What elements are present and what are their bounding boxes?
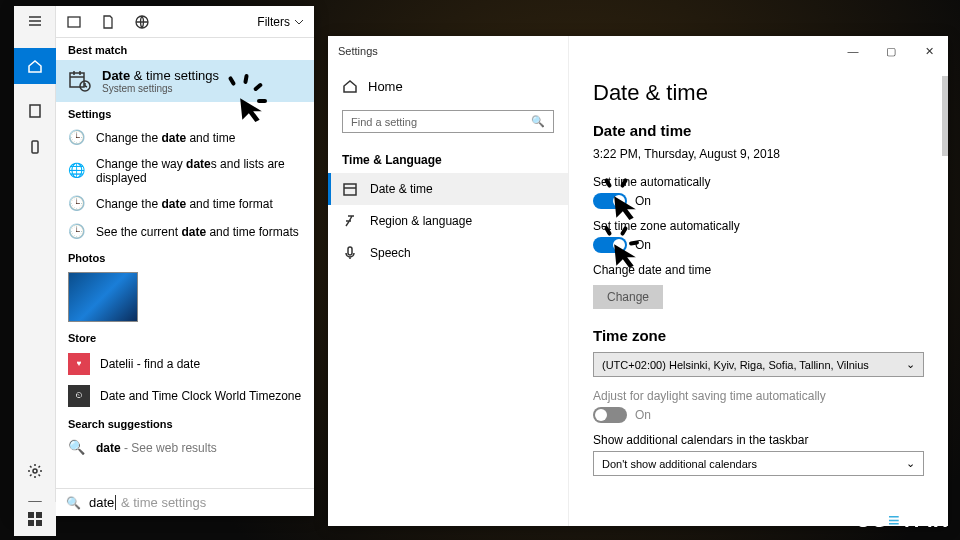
page-heading: Date & time [593,80,924,106]
nav-region-language[interactable]: Region & language [328,205,568,237]
change-button[interactable]: Change [593,285,663,309]
web-tab-icon[interactable] [134,14,150,30]
toggle-state: On [635,194,651,208]
find-setting-input[interactable]: Find a setting🔍 [342,110,554,133]
current-datetime: 3:22 PM, Thursday, August 9, 2018 [593,147,924,161]
devices-icon[interactable] [26,138,44,156]
change-date-time-label: Change date and time [593,263,924,277]
svg-rect-10 [28,512,34,518]
auto-time-toggle[interactable] [593,193,627,209]
settings-section-header: Settings [56,102,314,124]
search-scope-tabs: Filters [56,6,314,38]
svg-rect-0 [30,105,40,117]
dst-toggle [593,407,627,423]
settings-result[interactable]: 🕒Change the date and time format [56,190,314,218]
store-result[interactable]: ♥Datelii - find a date [56,348,314,380]
date-time-settings-icon [68,69,92,93]
svg-rect-6 [70,73,84,87]
section-heading: Date and time [593,122,924,139]
filters-button[interactable]: Filters [257,15,304,29]
nav-date-time[interactable]: Date & time [328,173,568,205]
calendar-clock-icon: 🕒 [68,223,86,241]
settings-result[interactable]: 🌐Change the way dates and lists are disp… [56,152,314,190]
search-box[interactable]: 🔍 date & time settings [56,488,314,516]
nav-home[interactable]: Home [328,70,568,102]
window-title: Settings [338,45,378,57]
svg-rect-11 [36,512,42,518]
documents-tab-icon[interactable] [100,14,116,30]
additional-calendars-label: Show additional calendars in the taskbar [593,433,924,447]
store-app-icon: ⏲ [68,385,90,407]
store-app-icon: ♥ [68,353,90,375]
search-rail [14,6,56,516]
auto-time-label: Set time automatically [593,175,924,189]
calendar-clock-icon: 🕒 [68,195,86,213]
best-match-header: Best match [56,38,314,60]
svg-point-2 [33,469,37,473]
search-suggestion[interactable]: 🔍date - See web results [56,434,314,462]
store-section-header: Store [56,326,314,348]
dst-label: Adjust for daylight saving time automati… [593,389,924,403]
calendar-clock-icon: 🕒 [68,129,86,147]
settings-nav: Home Find a setting🔍 Time & Language Dat… [328,36,568,526]
best-match-subtitle: System settings [102,83,219,94]
apps-tab-icon[interactable] [66,14,82,30]
svg-rect-8 [344,184,356,195]
search-icon: 🔍 [68,439,86,457]
svg-rect-12 [28,520,34,526]
toggle-state: On [635,238,651,252]
best-match-result[interactable]: Date & time settings System settings [56,60,314,102]
svg-rect-13 [36,520,42,526]
search-panel: Filters Best match Date & time settings … [14,6,314,516]
toggle-state: On [635,408,651,422]
filters-label: Filters [257,15,290,29]
timezone-dropdown[interactable]: (UTC+02:00) Helsinki, Kyiv, Riga, Sofia,… [593,352,924,377]
settings-content: Date & time Date and time 3:22 PM, Thurs… [568,36,948,526]
timezone-heading: Time zone [593,327,924,344]
svg-rect-9 [348,247,352,255]
auto-timezone-label: Set time zone automatically [593,219,924,233]
store-result[interactable]: ⏲Date and Time Clock World Timezone [56,380,314,412]
svg-rect-4 [68,17,80,27]
search-icon: 🔍 [66,496,81,510]
photos-section-header: Photos [56,246,314,268]
scrollbar[interactable] [942,76,948,156]
search-icon: 🔍 [531,115,545,128]
suggestions-section-header: Search suggestions [56,412,314,434]
settings-result[interactable]: 🕒See the current date and time formats [56,218,314,246]
menu-icon[interactable] [26,12,44,30]
globe-icon: 🌐 [68,162,86,180]
settings-result[interactable]: 🕒Change the date and time [56,124,314,152]
nav-speech[interactable]: Speech [328,237,568,269]
chevron-down-icon: ⌄ [906,457,915,470]
watermark: UG≡TFIX [856,509,948,532]
photo-result-thumbnail[interactable] [68,272,138,322]
notebook-icon[interactable] [26,102,44,120]
start-button[interactable] [14,502,56,536]
chevron-down-icon: ⌄ [906,358,915,371]
svg-rect-1 [32,141,38,153]
additional-calendars-dropdown[interactable]: Don't show additional calendars⌄ [593,451,924,476]
best-match-title: Date & time settings [102,68,219,83]
home-icon[interactable] [14,48,56,84]
settings-icon[interactable] [26,462,44,480]
nav-group-header: Time & Language [328,141,568,173]
settings-window: Settings ― ▢ ✕ Home Find a setting🔍 Time… [328,36,948,526]
search-body: Filters Best match Date & time settings … [56,6,314,516]
auto-timezone-toggle[interactable] [593,237,627,253]
